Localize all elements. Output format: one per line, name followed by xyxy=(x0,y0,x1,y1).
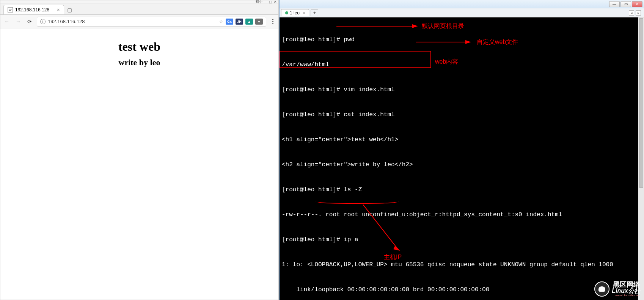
bookmark-star-icon[interactable]: ☆ xyxy=(219,19,223,24)
term-tool-right-icon[interactable]: ▸ xyxy=(636,10,641,16)
tab-title: 192.168.116.128 xyxy=(15,7,49,12)
maximize-button[interactable]: ▭ xyxy=(620,1,631,7)
forward-button[interactable]: → xyxy=(14,17,22,26)
terminal-tabs: 1 leo × + ◂ ▸ xyxy=(280,8,644,17)
scrollbar-thumb[interactable] xyxy=(639,18,643,188)
term-line: [root@leo html]# ip a xyxy=(282,236,642,244)
tab-close-icon[interactable]: × xyxy=(303,11,305,15)
page-heading-2: write by leo xyxy=(8,58,271,67)
browser-titlebar: 初小 — ▢ ✕ xyxy=(0,0,278,3)
back-button[interactable]: ← xyxy=(3,17,11,26)
address-bar[interactable]: i 192.168.116.128 ☆ Gx JH ▲ ● xyxy=(37,17,266,27)
terminal-body[interactable]: [root@leo html]# pwd /var/www/html [root… xyxy=(280,17,644,300)
page-heading-1: test web xyxy=(8,40,271,54)
watermark-text: 黑区网络 Linux公社 www.Linuxidc.com xyxy=(612,281,640,297)
terminal-tab-label: 1 leo xyxy=(290,10,300,16)
browser-tabs: 192.168.116.128 × ▢ xyxy=(0,3,278,15)
browser-menu-button[interactable] xyxy=(269,19,276,24)
term-line: <h2 align="center">write by leo</h2> xyxy=(282,161,642,169)
connection-status-icon xyxy=(285,11,288,14)
terminal-new-tab[interactable]: + xyxy=(311,9,318,16)
browser-tab-active[interactable]: 192.168.116.128 × xyxy=(3,5,64,14)
terminal-titlebar: — ▭ ✕ xyxy=(280,0,644,8)
extension-jh-icon[interactable]: JH xyxy=(236,19,243,25)
extension-translate-icon[interactable]: Gx xyxy=(226,19,233,25)
term-line: [root@leo html]# ls -Z xyxy=(282,186,642,194)
term-line: /var/www/html xyxy=(282,61,642,69)
term-line: 1: lo: <LOOPBACK,UP,LOWER_UP> mtu 65536 … xyxy=(282,261,642,269)
term-line: <h1 align="center">test web</h1> xyxy=(282,136,642,144)
arrow-root-dir xyxy=(336,23,420,29)
address-bar-right: ☆ Gx JH ▲ ● xyxy=(219,19,263,25)
annotation-host-ip: 主机IP xyxy=(384,253,402,261)
terminal-scrollbar[interactable] xyxy=(638,17,644,300)
new-tab-button[interactable]: ▢ xyxy=(64,5,75,14)
annotation-default-root: 默认网页根目录 xyxy=(422,22,464,30)
term-line: link/loopback 00:00:00:00:00:00 brd 00:0… xyxy=(282,286,642,294)
term-line: [root@leo html]# cat index.html xyxy=(282,111,642,119)
tab-favicon-icon xyxy=(8,7,13,12)
extension-3-icon[interactable]: ▲ xyxy=(245,19,253,25)
browser-toolbar: ← → ⟳ i 192.168.116.128 ☆ Gx JH ▲ ● xyxy=(0,15,278,28)
term-line: -rw-r--r--. root root unconfined_u:objec… xyxy=(282,211,642,219)
minimize-button[interactable]: — xyxy=(609,1,620,7)
term-line: [root@leo html]# vim index.html xyxy=(282,86,642,94)
close-button[interactable]: ✕ xyxy=(632,1,642,7)
watermark: 黑区网络 Linux公社 www.Linuxidc.com xyxy=(594,281,640,297)
xshell-terminal-window: — ▭ ✕ 1 leo × + ◂ ▸ [root@leo html]# pwd… xyxy=(279,0,644,300)
site-info-icon[interactable]: i xyxy=(40,19,46,24)
reload-button[interactable]: ⟳ xyxy=(25,17,34,26)
terminal-toolbar-right: ◂ ▸ xyxy=(629,10,642,16)
browser-page-content: test web write by leo xyxy=(0,28,278,300)
terminal-tab-active[interactable]: 1 leo × xyxy=(281,9,309,16)
annotation-underline-ip xyxy=(316,202,399,204)
screenshot-container: 初小 — ▢ ✕ 192.168.116.128 × ▢ ← → ⟳ i 192… xyxy=(0,0,644,300)
tab-close-icon[interactable]: × xyxy=(57,7,60,13)
term-line: [root@leo html]# pwd xyxy=(282,36,642,44)
svg-marker-1 xyxy=(412,24,418,28)
term-tool-left-icon[interactable]: ◂ xyxy=(629,10,634,16)
chrome-browser-window: 初小 — ▢ ✕ 192.168.116.128 × ▢ ← → ⟳ i 192… xyxy=(0,0,279,300)
svg-marker-5 xyxy=(393,245,400,251)
extension-4-icon[interactable]: ● xyxy=(255,19,263,25)
watermark-mushroom-icon xyxy=(594,281,609,297)
url-text: 192.168.116.128 xyxy=(48,19,85,24)
